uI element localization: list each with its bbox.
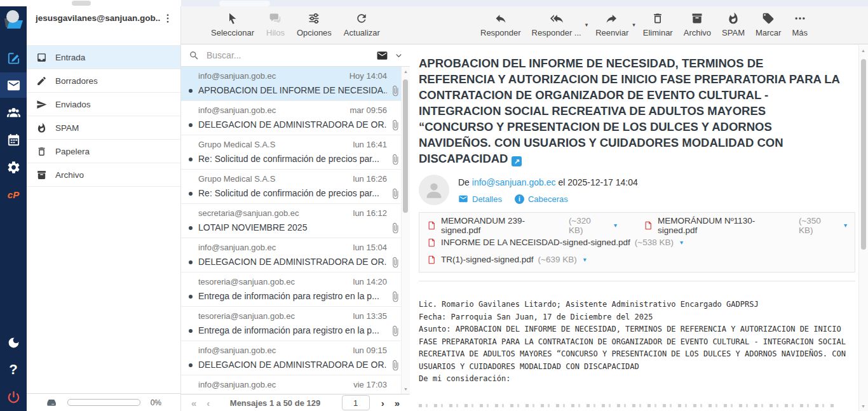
folder-label: Entrada	[55, 53, 85, 62]
message-list-item[interactable]: info@sanjuan.gob.ecmar 09:56 DELEGACION …	[181, 101, 410, 135]
list-scrollbar-thumb[interactable]	[403, 79, 408, 213]
details-link[interactable]: Detalles	[458, 194, 502, 204]
flame-icon	[727, 12, 740, 25]
reader-scrollbar[interactable]: ▲ ▼	[858, 45, 868, 411]
sidebar-folder-enviados[interactable]: Enviados	[27, 93, 180, 116]
prev-page-button[interactable]: ‹	[201, 398, 215, 408]
message-list-column: Seleccionar Hilos Opciones Actualizar in…	[181, 6, 410, 411]
sidebar-folder-papelera[interactable]: Papelera	[27, 140, 180, 163]
reader-scrollbar-thumb[interactable]	[861, 59, 866, 250]
rail-item-contacts[interactable]	[0, 100, 27, 125]
tag-icon	[762, 12, 775, 25]
pagination-bar: « ‹ Mensajes 1 a 50 de 129 › »	[181, 394, 410, 411]
external-link-icon[interactable]: ↗	[512, 156, 522, 166]
replyall-icon	[550, 12, 563, 25]
dark-mode-button[interactable]	[0, 330, 27, 355]
attachment-menu-caret-icon[interactable]: ▾	[614, 222, 617, 229]
attachment-item[interactable]: MEMORÁNDUM Nº1130-signed.pdf (~350 KB) ▾	[644, 216, 847, 235]
message-list-item[interactable]: Grupo Medical S.A.Slun 16:26 Re: Solicit…	[181, 170, 410, 204]
scroll-up-icon[interactable]: ▲	[859, 48, 867, 53]
search-icon	[189, 50, 200, 61]
folder-label: Borradores	[55, 76, 98, 86]
logout-button[interactable]	[0, 384, 27, 410]
toolbar-button-seleccionar[interactable]: Seleccionar	[208, 12, 257, 44]
rail-item-settings[interactable]	[0, 154, 27, 180]
toolbar-button-responder[interactable]: Responder	[477, 12, 524, 44]
paperclip-icon	[390, 291, 401, 302]
chevron-down-icon[interactable]	[394, 51, 403, 60]
message-date: lun 16:26	[353, 174, 388, 184]
next-page-button[interactable]: ›	[376, 398, 390, 408]
rail-item-mail[interactable]	[0, 72, 27, 98]
attachment-item[interactable]: INFORME DE LA NECEISDAD-signed-signed.pd…	[427, 237, 683, 248]
message-from: info@sanjuan.gob.ec	[198, 71, 276, 81]
disk-icon	[46, 396, 57, 408]
message-list-item[interactable]: secretaria@sanjuan.gob.eclun 16:12 LOTAI…	[181, 204, 410, 238]
toolbar-button-eliminar[interactable]: Eliminar	[640, 12, 676, 44]
message-list-item[interactable]: info@sanjuan.gob.ecHoy 14:04 APROBACION …	[181, 67, 410, 101]
attachment-item[interactable]: MEMORANDUM 239-signed.pdf (~320 KB) ▾	[427, 216, 617, 235]
webmail-logo[interactable]	[4, 10, 23, 29]
sidebar-folder-borradores[interactable]: Borradores	[27, 69, 180, 93]
scroll-up-icon[interactable]: ▲	[402, 69, 410, 74]
compose-button[interactable]	[0, 45, 27, 71]
headers-link[interactable]: i Cabeceras	[515, 194, 568, 204]
help-button[interactable]: ?	[0, 357, 27, 382]
attachment-item[interactable]: TR(1)-signed-signed.pdf (~639 KB) ▾	[427, 254, 587, 266]
message-from: Grupo Medical S.A.S	[198, 174, 275, 184]
toolbar-button-más[interactable]: Más	[789, 12, 811, 44]
page-number-input[interactable]	[342, 395, 370, 410]
attachment-name: MEMORANDUM 239-signed.pdf	[441, 216, 564, 235]
send-icon	[36, 99, 47, 110]
paperclip-icon	[390, 119, 401, 131]
message-subject: LOTAIP NOVIEMBRE 2025	[198, 222, 387, 232]
list-scrollbar[interactable]: ▲ ▼	[401, 67, 410, 394]
attachment-size: (~350 KB)	[799, 216, 837, 235]
attachment-menu-caret-icon[interactable]: ▾	[844, 222, 847, 229]
message-list-item[interactable]: tesoreria@sanjuan.gob.eclun 14:20 Entreg…	[181, 273, 410, 307]
message-date: vie 17:03	[353, 380, 387, 389]
toolbar-button-spam[interactable]: SPAM	[719, 12, 748, 44]
from-label: De	[458, 177, 470, 187]
search-input[interactable]	[205, 50, 370, 61]
sidebar-folder-entrada[interactable]: Entrada	[27, 46, 180, 69]
attachment-menu-caret-icon[interactable]: ▾	[583, 256, 587, 263]
scroll-down-icon[interactable]: ▼	[859, 404, 867, 408]
attachment-size: (~639 KB)	[538, 255, 577, 264]
search-bar	[181, 44, 410, 67]
toolbar-button-actualizar[interactable]: Actualizar	[341, 12, 383, 44]
message-list-item[interactable]: info@sanjuan.gob.eclun 09:15 DELEGACION …	[181, 341, 410, 375]
rail-item-calendar[interactable]	[0, 127, 27, 152]
message-from: info@sanjuan.gob.ec	[198, 380, 276, 389]
message-toolbar: Responder Responder ... ▾ Reenviar ▾ Eli…	[410, 6, 868, 44]
search-scope-envelope-icon[interactable]	[376, 50, 388, 62]
from-email-link[interactable]: info@sanjuan.gob.ec	[472, 177, 556, 187]
message-list-item[interactable]: Grupo Medical S.A.Slun 16:41 Re: Solicit…	[181, 135, 410, 170]
message-content: APROBACION DEL INFORME DE NECESIDAD, TER…	[410, 44, 868, 411]
kebab-vertical-icon[interactable]: ⋮	[160, 12, 175, 24]
paperclip-icon	[390, 85, 401, 97]
message-list-item[interactable]: info@sanjuan.gob.ecvie 17:03	[181, 375, 410, 394]
message-subject: DELEGACION DE ADMINISTRADORA DE OR...	[198, 360, 387, 370]
attachment-menu-caret-icon[interactable]: ▾	[680, 239, 683, 246]
dropdown-caret-icon[interactable]: ▾	[632, 22, 635, 28]
toolbar-button-marcar[interactable]: Marcar	[752, 12, 784, 44]
rail-item-cpanel[interactable]: cP	[0, 182, 27, 207]
sidebar-folder-spam[interactable]: SPAM	[27, 116, 180, 140]
edit-icon	[36, 76, 47, 86]
toolbar-button-hilos[interactable]: Hilos	[263, 12, 288, 44]
message-list-item[interactable]: info@sanjuan.gob.eclun 15:04 DELEGACION …	[181, 238, 410, 273]
scroll-down-icon[interactable]: ▼	[402, 387, 410, 391]
dropdown-caret-icon[interactable]: ▾	[585, 22, 588, 28]
toolbar-button-archivo[interactable]: Archivo	[681, 12, 714, 44]
body-line: Fecha: Parroquia San Juan, 17 de Diciemb…	[419, 311, 846, 324]
toolbar-button-reenviar[interactable]: Reenviar	[592, 12, 632, 44]
toolbar-button-responder-[interactable]: Responder ...	[529, 12, 585, 44]
avatar	[419, 175, 449, 205]
message-list-item[interactable]: tesoreria@sanjuan.gob.eclun 13:35 Entreg…	[181, 307, 410, 341]
sidebar-folder-archivo[interactable]: Archivo	[27, 163, 180, 187]
last-page-button[interactable]: »	[390, 398, 405, 408]
first-page-button[interactable]: «	[186, 398, 201, 408]
toolbar-button-opciones[interactable]: Opciones	[294, 12, 335, 44]
account-header[interactable]: jesusgavilanes@sanjuan.gob.... ⋮	[27, 6, 180, 30]
